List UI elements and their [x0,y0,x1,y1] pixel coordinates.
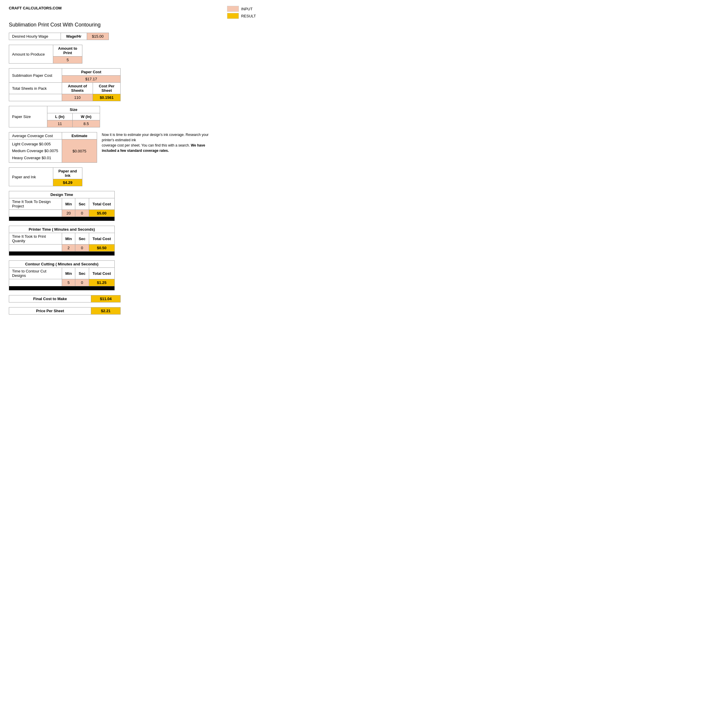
coverage-col-header: Estimate [62,133,97,139]
design-sec-header: Sec [75,198,89,210]
coverage-note: Now it is time to estimate your design's… [97,132,209,153]
contour-header: Contour Cutting ( Minutes and Seconds) [9,261,115,268]
cost-per-sheet-header: Cost Per Sheet [93,83,121,94]
contour-row-label: Time to Contour Cut Designs [9,268,62,279]
site-header: CRAFT CALCULATORS.COM INPUT RESULT [9,6,256,19]
l-value[interactable]: 11 [47,120,73,127]
printer-sec-value[interactable]: 0 [75,244,89,252]
l-header: L (In) [47,113,73,120]
price-per-sheet-label: Price Per Sheet [9,308,91,315]
coverage-sub1: Light Coverage $0.005 [12,141,59,148]
legend-result: RESULT [227,13,256,19]
printer-total-header: Total Cost [89,233,115,244]
printer-black-bar [9,252,115,256]
coverage-note-line2: coverage cost per sheet. You can find th… [102,143,190,148]
w-value[interactable]: 8.5 [72,120,100,127]
result-legend-label: RESULT [241,14,256,18]
coverage-label: Average Coverage Cost [9,133,62,139]
w-header: W (In) [72,113,100,120]
coverage-value[interactable]: $0.0075 [62,139,97,163]
paper-size-section: Paper Size Size L (In) W (In) 11 8.5 [9,106,256,127]
contour-min-value[interactable]: 5 [62,279,75,286]
coverage-sub2: Medium Coverage $0.0075 [12,148,59,154]
printer-time-row-label: Time It Took to Print Quanity [9,233,62,244]
site-name: CRAFT CALCULATORS.COM [9,6,62,10]
printer-total-value: $0.50 [89,244,115,252]
page-title: Sublimation Print Cost With Contouring [9,22,256,28]
contour-black-bar [9,286,115,290]
amount-col-header: Amount to Print [53,45,82,56]
paper-size-label: Paper Size [9,106,47,127]
wage-value[interactable]: $15.00 [87,33,109,40]
contour-total-value: $1.25 [89,279,115,286]
printer-min-value[interactable]: 2 [62,244,75,252]
coverage-section: Average Coverage Cost Estimate Light Cov… [9,132,256,163]
paper-section: Sublimation Paper Cost Paper Cost $17.17… [9,68,256,101]
final-cost-label: Final Cost to Make [9,296,91,302]
design-black-bar [9,217,115,221]
design-sec-value[interactable]: 0 [75,210,89,217]
wage-label: Desired Hourly Wage [9,33,61,40]
wage-col-header: Wage/Hr [60,33,87,40]
final-cost-value: $11.04 [91,296,121,302]
wage-section: Desired Hourly Wage Wage/Hr $15.00 [9,33,256,40]
design-total-value: $5.00 [89,210,115,217]
printer-min-header: Min [62,233,75,244]
legend: INPUT RESULT [227,6,256,19]
final-cost-section: Final Cost to Make $11.04 [9,295,256,302]
paper-cost-value[interactable]: $17.17 [62,75,121,83]
input-legend-label: INPUT [241,7,253,11]
paper-ink-col-header: Paper and Ink [53,168,82,179]
amount-sheets-header: Amount of Sheets [62,83,93,94]
cost-per-sheet-value: $0.1561 [93,94,121,101]
price-per-sheet-section: Price Per Sheet $2.21 [9,307,256,315]
input-legend-box [227,6,239,12]
paper-ink-value: $4.29 [53,179,82,186]
design-time-row-label: Time It Took To Design Project [9,198,62,210]
design-time-header: Design Time [9,191,115,198]
paper-label: Sublimation Paper Cost [9,69,62,83]
printer-time-header: Printer Time ( Minutes and Seconds) [9,226,115,233]
contour-min-header: Min [62,268,75,279]
printer-time-section: Printer Time ( Minutes and Seconds) Time… [9,226,256,256]
coverage-note-line1: Now it is time to estimate your design's… [102,133,208,142]
contour-sec-value[interactable]: 0 [75,279,89,286]
size-header: Size [47,106,100,113]
amount-label: Amount to Produce [9,45,53,63]
price-per-sheet-value: $2.21 [91,308,121,315]
paper-ink-section: Paper and Ink Paper and Ink $4.29 [9,167,256,186]
printer-sec-header: Sec [75,233,89,244]
amount-value[interactable]: 5 [53,56,82,63]
legend-input: INPUT [227,6,256,12]
paper-cost-header: Paper Cost [62,69,121,75]
result-legend-box [227,13,239,19]
design-total-header: Total Cost [89,198,115,210]
paper-ink-label: Paper and Ink [9,168,53,186]
design-time-section: Design Time Time It Took To Design Proje… [9,191,256,221]
design-min-value[interactable]: 20 [62,210,75,217]
sheets-label: Total Sheets in Pack [9,83,62,94]
design-min-header: Min [62,198,75,210]
contour-sec-header: Sec [75,268,89,279]
coverage-sub3: Heavy Coverage $0.01 [12,154,59,161]
sheets-value[interactable]: 110 [62,94,93,101]
contour-total-header: Total Cost [89,268,115,279]
amount-section: Amount to Produce Amount to Print 5 [9,45,256,63]
contour-section: Contour Cutting ( Minutes and Seconds) T… [9,260,256,290]
